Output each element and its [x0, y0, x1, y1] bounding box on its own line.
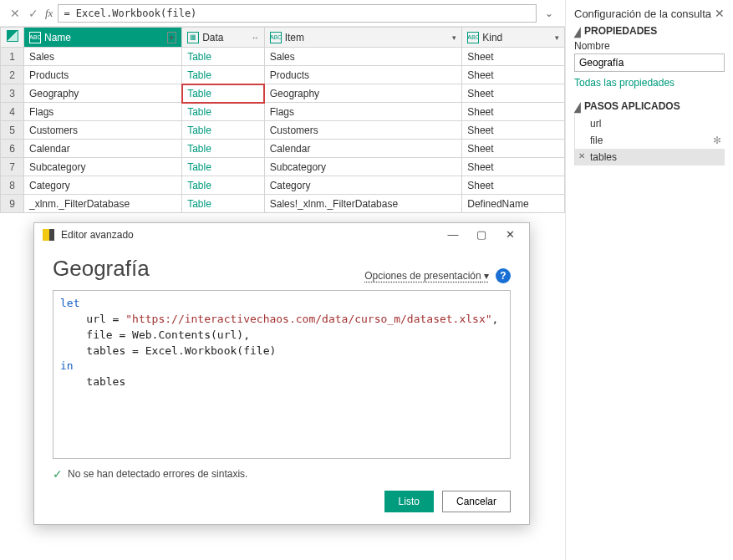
column-header-item[interactable]: ABCItem▾ [264, 28, 462, 48]
table-row[interactable]: 1SalesTableSalesSheet [1, 48, 565, 66]
pane-title: Configuración de la consulta [574, 8, 711, 20]
query-settings-pane: Configuración de la consulta ✕ ◢PROPIEDA… [566, 0, 733, 560]
table-row[interactable]: 7SubcategoryTableSubcategorySheet [1, 158, 565, 176]
expand-icon[interactable]: ↔ [252, 33, 259, 42]
caret-icon[interactable]: ◢ [574, 99, 581, 115]
dialog-title: Editor avanzado [61, 229, 134, 241]
table-row[interactable]: 2ProductsTableProductsSheet [1, 66, 565, 84]
cell[interactable]: _xlnm._FilterDatabase [24, 195, 182, 213]
cell[interactable]: DefinedName [462, 195, 565, 213]
cell[interactable]: Sheet [462, 176, 565, 195]
display-options-dropdown[interactable]: Opciones de presentación ▾ [364, 270, 489, 282]
cell[interactable]: Geography [24, 84, 182, 103]
close-icon[interactable]: ✕ [715, 7, 725, 20]
row-number[interactable]: 7 [1, 158, 24, 176]
cell[interactable]: Sheet [462, 121, 565, 140]
row-number[interactable]: 6 [1, 140, 24, 158]
cell[interactable]: Table [182, 103, 265, 121]
cell[interactable]: Table [182, 158, 265, 176]
cell[interactable]: Geography [264, 84, 462, 103]
cell[interactable]: Sales!_xlnm._FilterDatabase [264, 195, 462, 213]
maximize-icon[interactable]: ▢ [471, 228, 492, 241]
table-row[interactable]: 6CalendarTableCalendarSheet [1, 140, 565, 158]
table-row[interactable]: 4FlagsTableFlagsSheet [1, 103, 565, 121]
accept-formula-icon[interactable]: ✓ [27, 7, 40, 20]
cell[interactable]: Sheet [462, 158, 565, 176]
cell[interactable]: Subcategory [264, 158, 462, 176]
cell[interactable]: Sheet [462, 103, 565, 121]
cell[interactable]: Table [182, 195, 265, 213]
applied-step[interactable]: ✕tables [575, 149, 725, 165]
cell[interactable]: Products [264, 66, 462, 84]
cancel-formula-icon[interactable]: ✕ [8, 7, 22, 20]
table-row[interactable]: 9_xlnm._FilterDatabaseTableSales!_xlnm._… [1, 195, 565, 213]
cell[interactable]: Calendar [264, 140, 462, 158]
help-icon[interactable]: ? [496, 268, 511, 283]
row-number[interactable]: 8 [1, 176, 24, 195]
gear-icon[interactable]: ✻ [713, 135, 721, 146]
code-editor[interactable]: let url = "https://interactivechaos.com/… [53, 290, 511, 459]
column-label: Name [44, 32, 71, 43]
cancel-button[interactable]: Cancelar [442, 491, 511, 512]
row-number[interactable]: 4 [1, 103, 24, 121]
cell[interactable]: Sheet [462, 66, 565, 84]
chevron-down-icon[interactable]: ▾ [452, 33, 456, 42]
cell[interactable]: Calendar [24, 140, 182, 158]
row-number[interactable]: 2 [1, 66, 24, 84]
data-grid: ABCName▾ ▦Data↔ ABCItem▾ ABCKind▾ 1Sale [0, 27, 565, 213]
minimize-icon[interactable]: — [442, 228, 464, 241]
cell[interactable]: Flags [24, 103, 182, 121]
applied-steps-list: urlfile✻✕tables [574, 115, 725, 165]
table-row[interactable]: 3GeographyTableGeographySheet [1, 84, 565, 103]
properties-heading: PROPIEDADES [584, 25, 657, 37]
cell[interactable]: Sheet [462, 48, 565, 66]
column-header-data[interactable]: ▦Data↔ [182, 28, 265, 48]
cell[interactable]: Customers [24, 121, 182, 140]
powerbi-icon [43, 229, 54, 241]
cell[interactable]: Table [182, 48, 265, 66]
table-icon [7, 30, 18, 42]
chevron-down-icon[interactable]: ▾ [555, 33, 559, 42]
cell[interactable]: Category [24, 176, 182, 195]
row-number[interactable]: 9 [1, 195, 24, 213]
column-label: Data [202, 32, 223, 43]
table-row[interactable]: 8CategoryTableCategorySheet [1, 176, 565, 195]
check-icon: ✓ [53, 467, 63, 481]
cell[interactable]: Table [182, 66, 265, 84]
done-button[interactable]: Listo [384, 491, 434, 512]
cell[interactable]: Customers [264, 121, 462, 140]
row-number[interactable]: 3 [1, 84, 24, 103]
type-text-icon: ABC [29, 32, 41, 43]
applied-step[interactable]: file✻ [575, 132, 725, 149]
chevron-down-icon[interactable]: ▾ [167, 32, 176, 43]
cell[interactable]: Table [182, 121, 265, 140]
formula-expand-icon[interactable]: ⌄ [542, 8, 557, 19]
step-label: tables [590, 151, 617, 163]
column-header-kind[interactable]: ABCKind▾ [462, 28, 565, 48]
column-header-name[interactable]: ABCName▾ [24, 28, 182, 48]
formula-input[interactable] [58, 4, 537, 23]
table-corner[interactable] [1, 28, 24, 48]
cell[interactable]: Sales [24, 48, 182, 66]
applied-step[interactable]: url [575, 115, 725, 132]
all-properties-link[interactable]: Todas las propiedades [574, 77, 725, 89]
cell[interactable]: Table [182, 176, 265, 195]
cell[interactable]: Table [182, 140, 265, 158]
cell[interactable]: Flags [264, 103, 462, 121]
row-number[interactable]: 1 [1, 48, 24, 66]
query-name-input[interactable] [574, 53, 725, 72]
row-number[interactable]: 5 [1, 121, 24, 140]
table-row[interactable]: 5CustomersTableCustomersSheet [1, 121, 565, 140]
caret-icon[interactable]: ◢ [574, 24, 581, 39]
cell[interactable]: Products [24, 66, 182, 84]
close-icon[interactable]: ✕ [499, 228, 521, 241]
cell[interactable]: Sales [264, 48, 462, 66]
cell[interactable]: Category [264, 176, 462, 195]
cell[interactable]: Table [182, 84, 265, 103]
delete-step-icon[interactable]: ✕ [578, 151, 585, 160]
cell[interactable]: Sheet [462, 140, 565, 158]
fx-icon[interactable]: fx [45, 7, 53, 20]
cell[interactable]: Subcategory [24, 158, 182, 176]
syntax-status: No se han detectado errores de sintaxis. [68, 468, 247, 480]
cell[interactable]: Sheet [462, 84, 565, 103]
